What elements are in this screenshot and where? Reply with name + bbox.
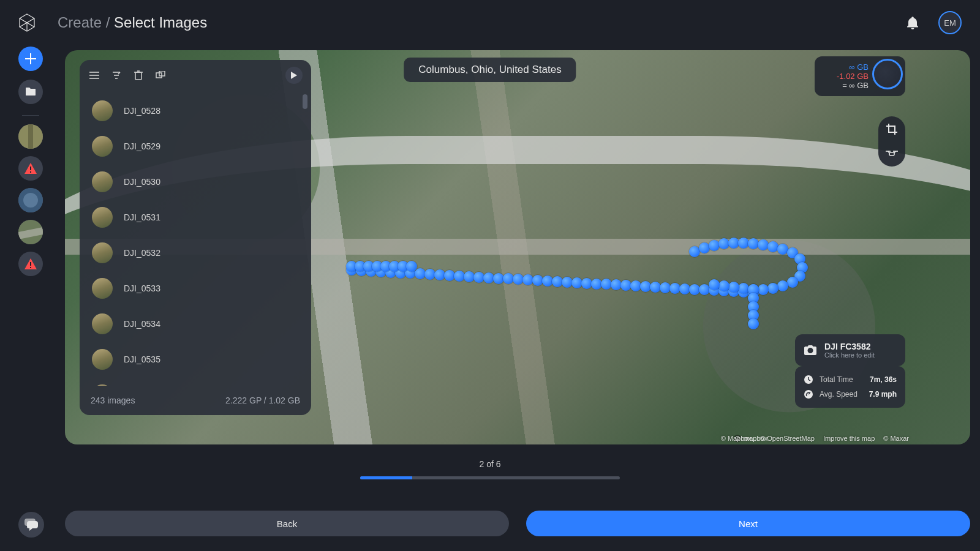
stats-card: Total Time 7m, 36s Avg. Speed 7.9 mph bbox=[795, 366, 905, 408]
image-name: DJI_0532 bbox=[124, 248, 160, 258]
svg-rect-3 bbox=[30, 167, 31, 170]
image-name: DJI_0529 bbox=[124, 141, 160, 151]
image-name: DJI_0534 bbox=[124, 319, 160, 329]
image-thumb bbox=[92, 278, 113, 299]
project-warning-1[interactable] bbox=[18, 156, 43, 181]
speed-icon bbox=[804, 389, 813, 399]
breadcrumb-current: Select Images bbox=[114, 14, 207, 31]
list-view-icon[interactable] bbox=[88, 69, 100, 81]
step-label: 2 of 6 bbox=[360, 459, 620, 469]
image-row[interactable]: DJI_0528 bbox=[87, 93, 307, 129]
photo-marker[interactable] bbox=[767, 283, 778, 294]
svg-rect-4 bbox=[30, 171, 31, 173]
avg-speed-value: 7.9 mph bbox=[869, 390, 897, 399]
image-row[interactable]: DJI_0532 bbox=[87, 235, 307, 271]
svg-rect-12 bbox=[889, 152, 894, 156]
image-name: DJI_0535 bbox=[124, 354, 160, 364]
photo-marker[interactable] bbox=[777, 280, 788, 291]
attrib-osm[interactable]: © OpenStreetMap bbox=[760, 435, 815, 442]
photo-marker[interactable] bbox=[709, 279, 720, 290]
drone-tool-icon[interactable] bbox=[885, 147, 899, 160]
play-button[interactable] bbox=[285, 67, 303, 84]
scrollbar[interactable] bbox=[303, 94, 307, 109]
image-thumb bbox=[92, 313, 113, 334]
storage-total: ∞ GB bbox=[822, 62, 869, 72]
image-thumb bbox=[92, 349, 113, 370]
progress-bar[interactable] bbox=[360, 476, 620, 479]
photo-marker[interactable] bbox=[728, 282, 739, 293]
image-list[interactable]: DJI_0528DJI_0529DJI_0530DJI_0531DJI_0532… bbox=[80, 91, 311, 386]
clock-icon bbox=[804, 375, 813, 384]
list-footer: 243 images 2.222 GP / 1.02 GB bbox=[80, 386, 311, 415]
photo-marker[interactable] bbox=[709, 240, 720, 251]
add-button[interactable] bbox=[18, 47, 43, 71]
image-row[interactable]: DJI_0529 bbox=[87, 129, 307, 164]
left-rail bbox=[17, 47, 44, 283]
list-toolbar bbox=[80, 60, 311, 91]
image-name: DJI_0531 bbox=[124, 212, 160, 222]
image-name: DJI_0528 bbox=[124, 106, 160, 116]
project-thumb-1[interactable] bbox=[18, 124, 43, 149]
breadcrumb-sep: / bbox=[102, 14, 114, 31]
camera-card[interactable]: DJI FC3582 Click here to edit bbox=[795, 334, 905, 366]
map-attribution: © Mapbox © OpenStreetMap Improve this ma… bbox=[721, 435, 909, 442]
folder-button[interactable] bbox=[18, 80, 43, 104]
camera-icon bbox=[804, 343, 817, 357]
image-thumb bbox=[92, 242, 113, 263]
chat-button[interactable] bbox=[18, 512, 44, 538]
storage-used: -1.02 GB bbox=[822, 72, 869, 81]
project-warning-2[interactable] bbox=[18, 252, 43, 276]
next-button[interactable]: Next bbox=[526, 511, 970, 536]
image-row[interactable]: DJI_0535 bbox=[87, 342, 307, 377]
image-thumb bbox=[92, 207, 113, 228]
camera-edit-hint: Click here to edit bbox=[824, 351, 875, 359]
image-stats: 2.222 GP / 1.02 GB bbox=[225, 395, 300, 405]
user-avatar[interactable]: EM bbox=[938, 11, 962, 34]
total-time-label: Total Time bbox=[820, 375, 864, 384]
image-name: DJI_0533 bbox=[124, 283, 160, 293]
app-logo[interactable] bbox=[15, 10, 39, 35]
total-time-value: 7m, 36s bbox=[870, 375, 897, 384]
breadcrumb: Create / Select Images bbox=[58, 14, 207, 31]
wizard-footer: Back Next bbox=[65, 511, 970, 536]
warning-icon bbox=[24, 162, 37, 174]
duplicate-icon[interactable] bbox=[154, 69, 167, 81]
crop-tool-icon[interactable] bbox=[885, 122, 899, 136]
image-row[interactable]: DJI_0536 bbox=[87, 377, 307, 386]
back-button[interactable]: Back bbox=[65, 511, 509, 536]
image-thumb bbox=[92, 384, 113, 386]
image-row[interactable]: DJI_0534 bbox=[87, 306, 307, 342]
photo-marker[interactable] bbox=[787, 277, 798, 288]
image-list-panel: DJI_0528DJI_0529DJI_0530DJI_0531DJI_0532… bbox=[80, 60, 311, 415]
sort-icon[interactable] bbox=[110, 69, 123, 81]
image-thumb bbox=[92, 100, 113, 121]
avg-speed-label: Avg. Speed bbox=[820, 390, 863, 399]
storage-gauge[interactable] bbox=[872, 59, 903, 89]
image-row[interactable]: DJI_0531 bbox=[87, 200, 307, 235]
image-name: DJI_0530 bbox=[124, 177, 160, 187]
svg-rect-26 bbox=[135, 72, 141, 80]
warning-icon bbox=[24, 258, 37, 270]
notifications-icon[interactable] bbox=[905, 15, 920, 30]
attrib-maxar[interactable]: © Maxar bbox=[883, 435, 909, 442]
photo-marker[interactable] bbox=[718, 280, 729, 291]
photo-marker[interactable] bbox=[758, 284, 769, 295]
photo-marker[interactable] bbox=[748, 318, 759, 329]
photo-marker[interactable] bbox=[767, 241, 778, 252]
svg-rect-9 bbox=[30, 267, 31, 268]
project-thumb-2[interactable] bbox=[18, 188, 43, 212]
image-thumb bbox=[92, 136, 113, 157]
photo-markers bbox=[346, 235, 812, 309]
breadcrumb-root[interactable]: Create bbox=[58, 14, 102, 31]
image-row[interactable]: DJI_0533 bbox=[87, 271, 307, 306]
svg-point-6 bbox=[23, 193, 38, 208]
delete-icon[interactable] bbox=[132, 69, 145, 81]
image-count: 243 images bbox=[91, 395, 135, 405]
attrib-improve[interactable]: Improve this map bbox=[823, 435, 875, 442]
image-row[interactable]: DJI_0530 bbox=[87, 164, 307, 200]
attrib-mapbox[interactable]: © Mapbox bbox=[721, 435, 752, 442]
step-progress: 2 of 6 bbox=[360, 459, 620, 479]
svg-rect-2 bbox=[28, 124, 33, 149]
project-thumb-3[interactable] bbox=[18, 220, 43, 244]
photo-marker[interactable] bbox=[406, 261, 417, 272]
